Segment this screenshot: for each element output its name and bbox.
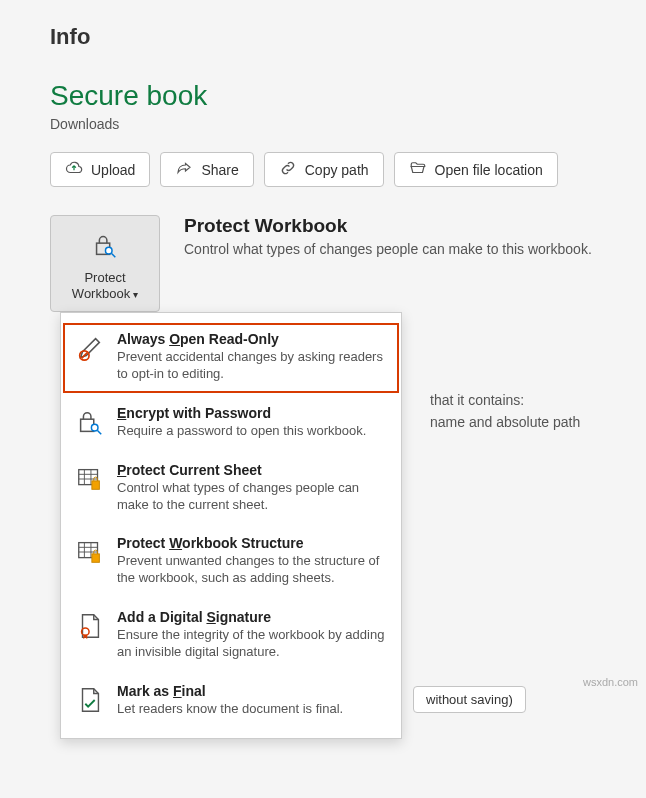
- document-check-icon: [75, 685, 105, 715]
- protect-workbook-description: Protect Workbook Control what types of c…: [184, 215, 592, 257]
- background-text-1: that it contains:: [430, 392, 524, 408]
- protect-workbook-menu: Always Open Read-OnlyPrevent accidental …: [60, 312, 402, 739]
- menu-item-desc: Prevent accidental changes by asking rea…: [117, 349, 387, 383]
- cloud-upload-icon: [65, 159, 83, 180]
- protect-workbook-button[interactable]: Protect Workbook▾: [50, 215, 160, 312]
- copy-path-label: Copy path: [305, 162, 369, 178]
- document-location: Downloads: [50, 116, 646, 132]
- protect-workbook-label: Protect Workbook▾: [57, 270, 153, 301]
- document-ribbon-icon: [75, 611, 105, 641]
- share-icon: [175, 159, 193, 180]
- open-location-label: Open file location: [435, 162, 543, 178]
- copy-path-button[interactable]: Copy path: [264, 152, 384, 187]
- chevron-down-icon: ▾: [133, 289, 138, 300]
- svg-point-5: [91, 424, 98, 431]
- background-text-2: name and absolute path: [430, 414, 580, 430]
- svg-point-1: [105, 247, 112, 254]
- svg-rect-11: [92, 481, 100, 489]
- lock-key-icon: [90, 230, 120, 264]
- menu-item-protect-current-sheet[interactable]: Protect Current SheetControl what types …: [61, 452, 401, 526]
- watermark: wsxdn.com: [583, 676, 638, 688]
- menu-item-desc: Require a password to open this workbook…: [117, 423, 366, 440]
- share-label: Share: [201, 162, 238, 178]
- upload-label: Upload: [91, 162, 135, 178]
- menu-item-title: Add a Digital Signature: [117, 609, 387, 625]
- svg-rect-17: [92, 554, 100, 562]
- pencil-no-icon: [75, 333, 105, 363]
- page-title: Info: [50, 24, 646, 50]
- close-without-saving-button[interactable]: without saving): [413, 686, 526, 713]
- sheet-lock-icon: [75, 464, 105, 494]
- menu-item-title: Encrypt with Password: [117, 405, 366, 421]
- menu-item-title: Mark as Final: [117, 683, 343, 699]
- menu-item-desc: Ensure the integrity of the workbook by …: [117, 627, 387, 661]
- lock-key-icon: [75, 407, 105, 437]
- menu-item-encrypt-with-password[interactable]: Encrypt with PasswordRequire a password …: [61, 395, 401, 452]
- menu-item-desc: Control what types of changes people can…: [117, 480, 387, 514]
- open-location-button[interactable]: Open file location: [394, 152, 558, 187]
- menu-item-always-open-read-only[interactable]: Always Open Read-OnlyPrevent accidental …: [61, 321, 401, 395]
- protect-text: Control what types of changes people can…: [184, 241, 592, 257]
- upload-button[interactable]: Upload: [50, 152, 150, 187]
- menu-item-mark-as-final[interactable]: Mark as FinalLet readers know the docume…: [61, 673, 401, 730]
- menu-item-desc: Prevent unwanted changes to the structur…: [117, 553, 387, 587]
- protect-workbook-row: Protect Workbook▾ Protect Workbook Contr…: [50, 215, 646, 312]
- action-row: Upload Share Copy path Open file locatio…: [50, 152, 646, 187]
- folder-open-icon: [409, 159, 427, 180]
- menu-item-desc: Let readers know the document is final.: [117, 701, 343, 718]
- menu-item-title: Protect Current Sheet: [117, 462, 387, 478]
- menu-item-title: Protect Workbook Structure: [117, 535, 387, 551]
- protect-heading: Protect Workbook: [184, 215, 592, 237]
- menu-item-title: Always Open Read-Only: [117, 331, 387, 347]
- share-button[interactable]: Share: [160, 152, 253, 187]
- menu-item-protect-workbook-structure[interactable]: Protect Workbook StructurePrevent unwant…: [61, 525, 401, 599]
- menu-item-add-digital-signature[interactable]: Add a Digital SignatureEnsure the integr…: [61, 599, 401, 673]
- link-icon: [279, 159, 297, 180]
- sheet-lock-icon: [75, 537, 105, 567]
- document-title: Secure book: [50, 80, 646, 112]
